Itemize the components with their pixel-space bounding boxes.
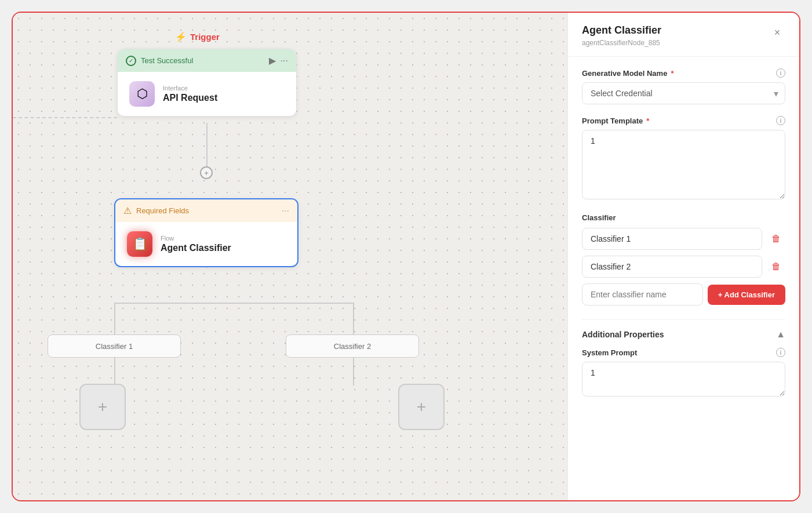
credential-select[interactable]: Select Credential <box>582 82 785 104</box>
panel-title: Agent Classifier <box>582 24 661 37</box>
add-node-btn-1[interactable]: + <box>200 166 213 179</box>
test-node-header: ✓ Test Successful ▶ ··· <box>118 49 296 72</box>
additional-properties-header[interactable]: Additional Properties ▲ <box>582 329 785 340</box>
classifier-icon-box: 📋 <box>127 231 152 257</box>
test-node-actions[interactable]: ▶ ··· <box>269 55 288 66</box>
test-node-type: Interface <box>163 85 217 92</box>
prompt-template-label-text: Prompt Template <box>582 117 643 125</box>
classifier-2-input[interactable] <box>582 256 762 278</box>
branch-1-label: Classifier 1 <box>96 342 133 351</box>
app-frame: ⚡ Trigger ✓ Test Successful ▶ ··· ⬡ Inte… <box>12 12 800 501</box>
classifier-row-1: 🗑 <box>582 228 785 250</box>
classifier-name-input[interactable] <box>582 283 703 305</box>
check-icon: ✓ <box>126 56 136 66</box>
right-panel: Agent Classifier agentClassifierNode_885… <box>567 13 799 500</box>
required-node-more-icon[interactable]: ··· <box>282 206 289 216</box>
trigger-text: Trigger <box>190 32 220 42</box>
dashed-connector <box>13 117 117 118</box>
chevron-up-icon: ▲ <box>776 329 785 340</box>
required-star-2: * <box>646 117 649 125</box>
branch-box-2: Classifier 2 <box>286 334 419 358</box>
required-node-body: 📋 Flow Agent Classifier <box>115 222 297 266</box>
prompt-template-textarea[interactable]: 1 <box>582 130 785 199</box>
classifier-section-label: Classifier <box>582 213 785 222</box>
classifier-row-2: 🗑 <box>582 256 785 278</box>
classifier-1-delete-button[interactable]: 🗑 <box>767 230 785 248</box>
classifier-1-input[interactable] <box>582 228 762 250</box>
required-fields-node[interactable]: ⚠ Required Fields ··· 📋 Flow Agent Class… <box>114 198 298 267</box>
connector-v-1 <box>206 123 207 169</box>
additional-properties-section: Additional Properties ▲ System Prompt i … <box>582 319 785 399</box>
system-prompt-label: System Prompt i <box>582 348 785 357</box>
additional-properties-label: Additional Properties <box>582 330 664 339</box>
system-prompt-label-text: System Prompt <box>582 348 637 357</box>
add-classifier-button[interactable]: + Add Classifier <box>708 285 785 305</box>
panel-subtitle: agentClassifierNode_885 <box>582 39 661 47</box>
required-node-type: Flow <box>161 235 231 242</box>
more-icon[interactable]: ··· <box>281 56 288 66</box>
test-status-left: ✓ Test Successful <box>126 56 193 66</box>
test-node-name: API Request <box>163 93 217 103</box>
credential-select-wrapper: Select Credential ▾ <box>582 82 785 104</box>
test-node-body: ⬡ Interface API Request <box>118 72 296 116</box>
prompt-template-info-icon[interactable]: i <box>776 116 785 125</box>
generative-model-label: Generative Model Name * i <box>582 68 785 78</box>
trigger-label: ⚡ Trigger <box>175 31 220 42</box>
branch-2-label: Classifier 2 <box>334 342 371 351</box>
required-label-left: ⚠ Required Fields <box>123 205 189 216</box>
branch-box-1: Classifier 1 <box>48 334 181 358</box>
panel-title-section: Agent Classifier agentClassifierNode_885 <box>582 24 661 47</box>
add-classifier-row: + Add Classifier <box>582 283 785 305</box>
branch-v-right <box>353 303 354 337</box>
prompt-template-label: Prompt Template * i <box>582 116 785 125</box>
system-prompt-info-icon[interactable]: i <box>776 348 785 357</box>
required-fields-text: Required Fields <box>136 206 189 215</box>
play-icon[interactable]: ▶ <box>269 55 276 66</box>
test-status-text: Test Successful <box>141 56 193 65</box>
close-button[interactable]: × <box>769 24 785 41</box>
add-box-v-left <box>114 358 115 385</box>
api-icon-box: ⬡ <box>129 81 155 107</box>
warning-icon: ⚠ <box>123 205 132 216</box>
panel-body: Generative Model Name * i Select Credent… <box>568 57 799 500</box>
system-prompt-textarea[interactable]: 1 <box>582 362 785 396</box>
add-box-right[interactable]: + <box>398 384 445 430</box>
branch-line-horizontal <box>114 303 354 304</box>
add-box-left[interactable]: + <box>79 384 126 430</box>
generative-model-label-text: Generative Model Name <box>582 69 667 78</box>
generative-model-info-icon[interactable]: i <box>776 68 785 78</box>
branch-v-left <box>114 303 115 337</box>
required-node-text: Flow Agent Classifier <box>161 235 231 253</box>
trigger-bolt-icon: ⚡ <box>175 31 187 42</box>
test-node-text: Interface API Request <box>163 85 217 103</box>
panel-header: Agent Classifier agentClassifierNode_885… <box>568 13 799 57</box>
classifier-section: Classifier 🗑 🗑 + Add Classifier <box>582 213 785 305</box>
test-successful-node: ✓ Test Successful ▶ ··· ⬡ Interface API … <box>117 49 297 117</box>
required-star-1: * <box>671 69 673 78</box>
classifier-section-label-text: Classifier <box>582 213 616 222</box>
add-box-v-right <box>353 358 354 385</box>
required-node-name: Agent Classifier <box>161 243 231 253</box>
canvas-area: ⚡ Trigger ✓ Test Successful ▶ ··· ⬡ Inte… <box>13 13 567 500</box>
required-node-header: ⚠ Required Fields ··· <box>115 199 297 222</box>
classifier-2-delete-button[interactable]: 🗑 <box>767 257 785 276</box>
